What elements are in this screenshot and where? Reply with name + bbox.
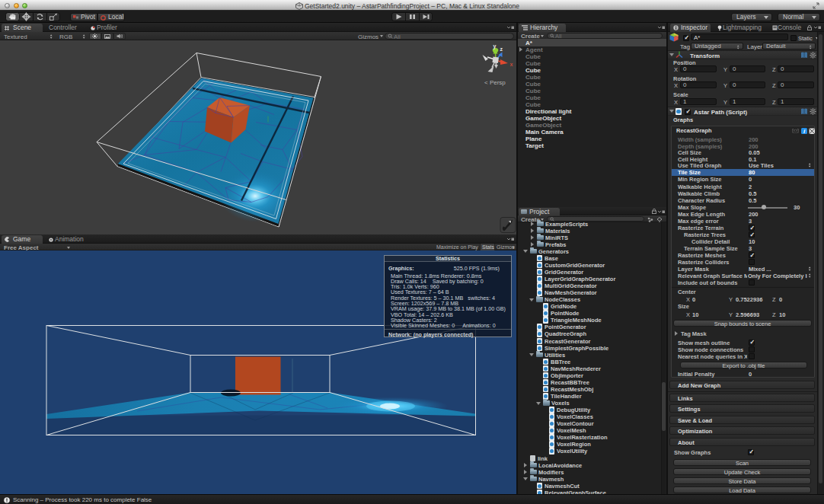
svg-text:< Persp: < Persp <box>484 78 506 85</box>
svg-text:x: x <box>510 61 513 66</box>
svg-text:z: z <box>500 46 503 52</box>
svg-text:y: y <box>493 43 497 49</box>
